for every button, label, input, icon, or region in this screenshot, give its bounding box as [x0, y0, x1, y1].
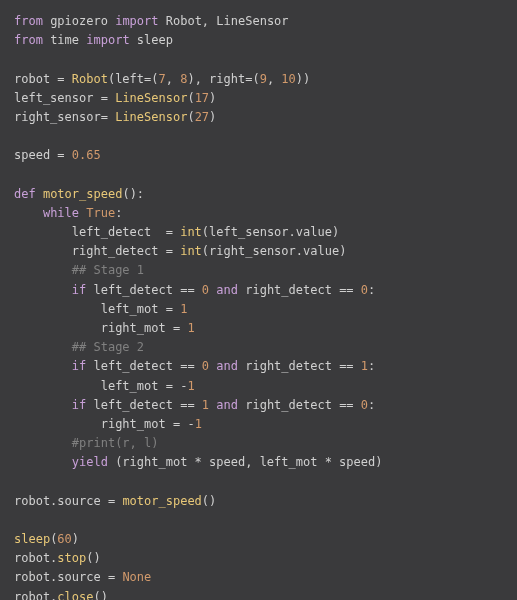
code-block: from gpiozero import Robot, LineSensor f… — [0, 0, 517, 600]
